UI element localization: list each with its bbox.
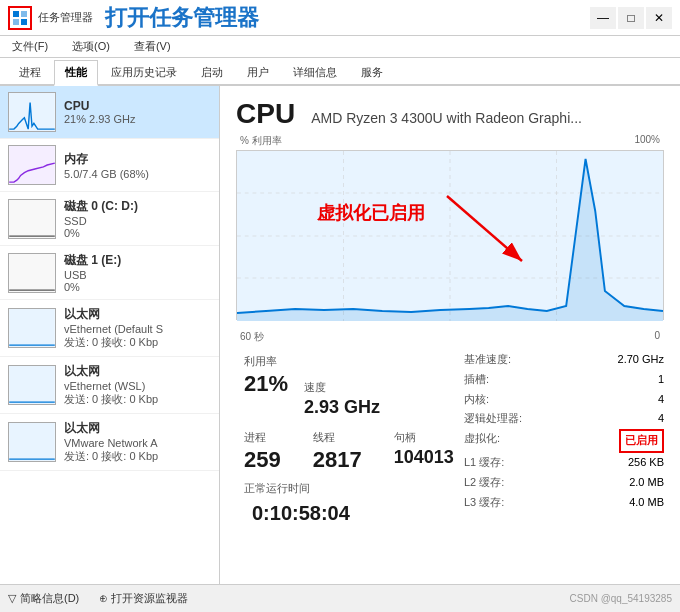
cpu-name: CPU (64, 99, 211, 113)
utilization-label: 利用率 (244, 354, 380, 369)
eth3-iface: VMware Network A (64, 437, 211, 449)
chart-y-label: % 利用率 (240, 134, 282, 148)
svg-rect-3 (21, 19, 27, 25)
logical-value: 4 (658, 409, 664, 429)
sidebar-item-eth2[interactable]: 以太网 vEthernet (WSL) 发送: 0 接收: 0 Kbp (0, 357, 219, 414)
sidebar-item-cpu[interactable]: CPU 21% 2.93 GHz (0, 86, 219, 139)
disk0-name: 磁盘 0 (C: D:) (64, 198, 211, 215)
stats-row3: 正常运行时间 0:10:58:04 (236, 481, 464, 529)
info-panel: 基准速度: 2.70 GHz 插槽: 1 内核: 4 逻辑处理器: 4 (464, 350, 664, 529)
sidebar-item-memory[interactable]: 内存 5.0/7.4 GB (68%) (0, 139, 219, 192)
svg-rect-10 (9, 423, 55, 461)
disk0-info: 磁盘 0 (C: D:) SSD 0% (64, 198, 211, 239)
l3-value: 4.0 MB (629, 493, 664, 513)
info-cores: 内核: 4 (464, 390, 664, 410)
cpu-title: CPU (236, 98, 295, 130)
menu-file[interactable]: 文件(F) (8, 37, 52, 56)
info-base-speed: 基准速度: 2.70 GHz (464, 350, 664, 370)
handles-label: 句柄 (394, 430, 454, 445)
sidebar-item-disk0[interactable]: 磁盘 0 (C: D:) SSD 0% (0, 192, 219, 246)
eth3-thumbnail (8, 422, 56, 462)
info-sockets: 插槽: 1 (464, 370, 664, 390)
l1-value: 256 KB (628, 453, 664, 473)
tab-app-history[interactable]: 应用历史记录 (100, 60, 188, 84)
sockets-value: 1 (658, 370, 664, 390)
disk1-type: USB (64, 269, 211, 281)
svg-rect-1 (21, 11, 27, 17)
eth2-info: 以太网 vEthernet (WSL) 发送: 0 接收: 0 Kbp (64, 363, 211, 407)
cores-label: 内核: (464, 390, 489, 410)
uptime-label: 正常运行时间 (244, 481, 464, 496)
eth1-iface: vEthernet (Default S (64, 323, 211, 335)
tab-performance[interactable]: 性能 (54, 60, 98, 86)
close-button[interactable]: ✕ (646, 7, 672, 29)
memory-info: 内存 5.0/7.4 GB (68%) (64, 151, 211, 180)
utilization-value: 21% (244, 371, 288, 397)
sidebar-item-eth1[interactable]: 以太网 vEthernet (Default S 发送: 0 接收: 0 Kbp (0, 300, 219, 357)
info-l1: L1 缓存: 256 KB (464, 453, 664, 473)
chart-top-labels: % 利用率 100% (236, 134, 664, 148)
disk0-usage: 0% (64, 227, 211, 239)
stats-row2: 进程 259 线程 2817 句柄 104013 (236, 426, 464, 477)
eth1-thumbnail (8, 308, 56, 348)
status-brief: 简略信息(D) (20, 591, 79, 606)
sidebar-item-eth3[interactable]: 以太网 VMware Network A 发送: 0 接收: 0 Kbp (0, 414, 219, 471)
cpu-model: AMD Ryzen 3 4300U with Radeon Graphi... (311, 110, 582, 126)
cpu-info: CPU 21% 2.93 GHz (64, 99, 211, 125)
tab-processes[interactable]: 进程 (8, 60, 52, 84)
memory-name: 内存 (64, 151, 211, 168)
disk1-thumbnail (8, 253, 56, 293)
disk1-info: 磁盘 1 (E:) USB 0% (64, 252, 211, 293)
svg-rect-6 (9, 200, 55, 238)
threads-label: 线程 (313, 430, 362, 445)
menu-options[interactable]: 选项(O) (68, 37, 114, 56)
tab-details[interactable]: 详细信息 (282, 60, 348, 84)
svg-rect-8 (9, 309, 55, 347)
base-speed-label: 基准速度: (464, 350, 511, 370)
disk0-thumbnail (8, 199, 56, 239)
sidebar-item-disk1[interactable]: 磁盘 1 (E:) USB 0% (0, 246, 219, 300)
status-right: CSDN @qq_54193285 (570, 593, 672, 604)
main-content: CPU 21% 2.93 GHz 内存 5.0/7.4 GB (68%) (0, 86, 680, 584)
disk1-usage: 0% (64, 281, 211, 293)
l2-value: 2.0 MB (629, 473, 664, 493)
menu-view[interactable]: 查看(V) (130, 37, 175, 56)
sidebar: CPU 21% 2.93 GHz 内存 5.0/7.4 GB (68%) (0, 86, 220, 584)
eth1-name: 以太网 (64, 306, 211, 323)
virtualization-value: 已启用 (619, 429, 664, 453)
eth3-traffic: 发送: 0 接收: 0 Kbp (64, 449, 211, 464)
l3-label: L3 缓存: (464, 493, 504, 513)
eth1-traffic: 发送: 0 接收: 0 Kbp (64, 335, 211, 350)
status-left[interactable]: ▽ 简略信息(D) ⊕ 打开资源监视器 (8, 591, 188, 606)
cpu-thumbnail (8, 92, 56, 132)
speed-value: 2.93 GHz (304, 397, 380, 417)
eth1-info: 以太网 vEthernet (Default S 发送: 0 接收: 0 Kbp (64, 306, 211, 350)
logical-label: 逻辑处理器: (464, 409, 522, 429)
minimize-button[interactable]: — (590, 7, 616, 29)
chart-x-label: 60 秒 (240, 330, 264, 344)
processes-value: 259 (244, 447, 281, 473)
processes-label: 进程 (244, 430, 281, 445)
tab-startup[interactable]: 启动 (190, 60, 234, 84)
tab-users[interactable]: 用户 (236, 60, 280, 84)
cores-value: 4 (658, 390, 664, 410)
chart-x-min: 0 (654, 330, 660, 344)
tab-bar: 进程 性能 应用历史记录 启动 用户 详细信息 服务 (0, 58, 680, 86)
stats-left: 利用率 21% 速度 2.93 GHz (236, 350, 464, 529)
window-controls: — □ ✕ (590, 7, 672, 29)
stat-utilization: 利用率 21% 速度 2.93 GHz (236, 350, 388, 422)
eth3-info: 以太网 VMware Network A 发送: 0 接收: 0 Kbp (64, 420, 211, 464)
base-speed-value: 2.70 GHz (618, 350, 664, 370)
eth2-thumbnail (8, 365, 56, 405)
eth2-iface: vEthernet (WSL) (64, 380, 211, 392)
app-icon (8, 6, 32, 30)
tab-services[interactable]: 服务 (350, 60, 394, 84)
eth2-traffic: 发送: 0 接收: 0 Kbp (64, 392, 211, 407)
eth2-name: 以太网 (64, 363, 211, 380)
right-panel: CPU AMD Ryzen 3 4300U with Radeon Graphi… (220, 86, 680, 584)
disk0-type: SSD (64, 215, 211, 227)
sockets-label: 插槽: (464, 370, 489, 390)
maximize-button[interactable]: □ (618, 7, 644, 29)
status-resource-monitor[interactable]: ⊕ 打开资源监视器 (99, 591, 188, 606)
info-logical: 逻辑处理器: 4 (464, 409, 664, 429)
